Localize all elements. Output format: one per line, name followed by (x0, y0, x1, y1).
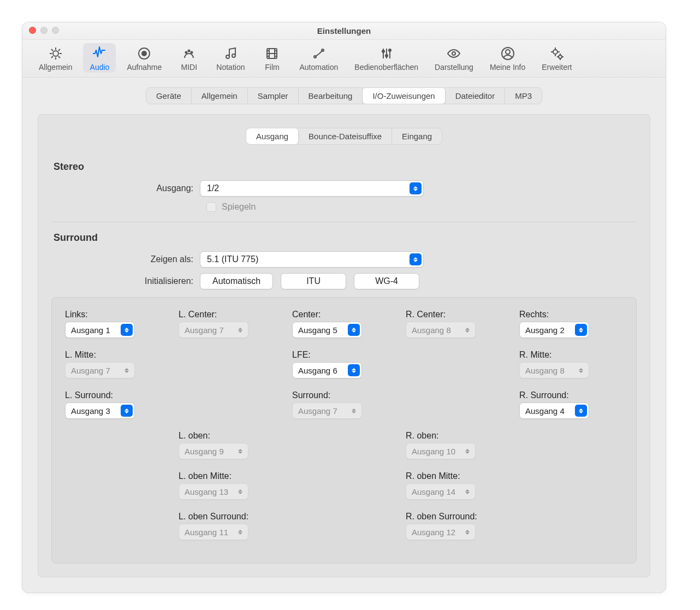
toolbar-tab-automation[interactable]: Automation (294, 43, 343, 73)
channel-lobenm: L. oben Mitte: Ausgang 13 (179, 471, 282, 500)
audio-tab-i-o-zuweisungen[interactable]: I/O-Zuweisungen (363, 88, 445, 104)
popup-arrows-icon (121, 364, 133, 376)
popup-arrows-icon (461, 324, 473, 336)
toolbar-tab-allgemein[interactable]: Allgemein (33, 43, 78, 73)
toolbar-tab-aufnahme[interactable]: Aufnahme (121, 43, 167, 73)
io-tab-eingang[interactable]: Eingang (392, 128, 442, 144)
toolbar-tab-audio[interactable]: Audio (83, 43, 116, 73)
stereo-output-value: 1/2 (207, 183, 219, 193)
zoom-window-button[interactable] (52, 27, 59, 34)
init-button-itu[interactable]: ITU (281, 273, 346, 289)
popup-arrows-icon (575, 324, 587, 336)
toolbar-tab-surfaces[interactable]: Bedienoberflächen (349, 43, 424, 73)
toolbar-tab-label: Erweitert (542, 63, 572, 72)
toolbar-tab-advanced[interactable]: Erweitert (536, 43, 577, 73)
init-button-wg-4[interactable]: WG-4 (354, 273, 419, 289)
svg-point-2 (142, 51, 146, 56)
show-as-popup[interactable]: 5.1 (ITU 775) (200, 251, 424, 268)
toolbar-tab-label: Darstellung (435, 63, 473, 72)
sliders-icon (378, 45, 395, 62)
surround-heading: Surround (54, 232, 637, 244)
stereo-output-label: Ausgang: (51, 183, 193, 193)
channel-label-robenm: R. oben Mitte: (406, 471, 509, 481)
stereo-output-popup[interactable]: 1/2 (200, 180, 424, 197)
channel-value-lobens: Ausgang 11 (185, 528, 228, 537)
channel-label-center: Center: (292, 310, 396, 319)
channel-rechts: Rechts: Ausgang 2 (519, 310, 623, 338)
channel-rmitte: R. Mitte: Ausgang 8 (519, 350, 623, 378)
channel-lmitte: L. Mitte: Ausgang 7 (65, 350, 169, 378)
popup-arrows-icon (234, 324, 246, 336)
audio-icon (91, 45, 108, 62)
popup-arrows-icon (121, 324, 133, 336)
toolbar-tab-myinfo[interactable]: Meine Info (484, 43, 531, 73)
toolbar-tab-label: Film (265, 63, 279, 72)
user-icon (500, 45, 516, 62)
svg-point-12 (385, 55, 388, 57)
channel-value-lobenm: Ausgang 13 (185, 487, 228, 496)
channel-popup-lobenm: Ausgang 13 (179, 483, 248, 500)
channel-popup-rechts[interactable]: Ausgang 2 (519, 322, 589, 338)
init-button-automatisch[interactable]: Automatisch (200, 273, 273, 289)
channel-popup-center[interactable]: Ausgang 5 (292, 322, 362, 338)
channel-popup-lobens: Ausgang 11 (179, 524, 248, 540)
popup-arrows-icon (575, 405, 587, 417)
audio-tab-dateieditor[interactable]: Dateieditor (446, 88, 506, 104)
channel-label-lsurr: L. Surround: (65, 390, 169, 400)
audio-tab-mp3[interactable]: MP3 (505, 88, 542, 104)
notes-icon (222, 45, 239, 62)
audio-tab-bearbeitung[interactable]: Bearbeitung (299, 88, 363, 104)
channel-popup-robens: Ausgang 12 (406, 524, 476, 540)
channel-popup-lsurr[interactable]: Ausgang 3 (65, 402, 135, 419)
channel-center: Center: Ausgang 5 (292, 310, 396, 338)
channel-label-loben: L. oben: (179, 431, 282, 441)
channel-value-surr: Ausgang 7 (298, 406, 337, 416)
channel-popup-links[interactable]: Ausgang 1 (65, 322, 135, 338)
channel-label-rechts: Rechts: (519, 310, 623, 319)
channel-popup-rsurr[interactable]: Ausgang 4 (519, 402, 589, 419)
channel-popup-lmitte: Ausgang 7 (65, 362, 135, 378)
channel-popup-rmitte: Ausgang 8 (519, 362, 589, 378)
toolbar-tab-midi[interactable]: MIDI (173, 43, 205, 73)
svg-point-14 (452, 52, 455, 55)
automation-icon (311, 45, 327, 62)
audio-tab-ger-te[interactable]: Geräte (146, 88, 192, 104)
channel-label-robens: R. oben Surround: (406, 512, 509, 522)
toolbar-tab-display[interactable]: Darstellung (429, 43, 479, 73)
channel-label-lmitte: L. Mitte: (65, 350, 169, 360)
initialize-buttons: AutomatischITUWG-4 (200, 273, 419, 289)
channel-label-links: Links: (65, 310, 169, 319)
channel-rcenter: R. Center: Ausgang 8 (406, 310, 509, 338)
minimize-window-button[interactable] (40, 27, 48, 34)
io-tab-ausgang[interactable]: Ausgang (246, 128, 299, 144)
window-controls (29, 27, 59, 34)
show-as-label: Zeigen als: (51, 254, 193, 264)
svg-point-0 (53, 51, 58, 56)
close-window-button[interactable] (29, 27, 36, 34)
popup-arrows-icon (461, 526, 473, 538)
midi-icon (181, 45, 197, 62)
popup-arrows-icon (348, 364, 360, 376)
channel-lcenter: L. Center: Ausgang 7 (179, 310, 282, 338)
toolbar-tab-notation[interactable]: Notation (211, 43, 250, 73)
channel-value-roben: Ausgang 10 (412, 447, 455, 456)
toolbar-tab-film[interactable]: Film (256, 43, 288, 73)
channel-rsurr: R. Surround: Ausgang 4 (519, 390, 623, 419)
popup-arrows-icon (234, 485, 246, 498)
channel-value-rsurr: Ausgang 4 (525, 406, 565, 416)
svg-point-18 (559, 55, 562, 58)
channel-popup-loben: Ausgang 9 (179, 443, 248, 459)
initialize-label: Initialisieren: (51, 276, 193, 286)
channel-lsurr: L. Surround: Ausgang 3 (65, 390, 169, 419)
channel-popup-lfe[interactable]: Ausgang 6 (292, 362, 362, 378)
channel-popup-lcenter: Ausgang 7 (179, 322, 248, 338)
io-assignments-panel: AusgangBounce-DateisuffixeEingang Stereo… (38, 114, 650, 577)
audio-tab-allgemein[interactable]: Allgemein (192, 88, 248, 104)
mirror-label: Spiegeln (222, 202, 256, 212)
audio-tab-sampler[interactable]: Sampler (248, 88, 299, 104)
channel-label-lobens: L. oben Surround: (179, 512, 282, 522)
svg-point-3 (186, 52, 187, 54)
svg-point-4 (188, 50, 190, 52)
io-tab-bounce-dateisuffixe[interactable]: Bounce-Dateisuffixe (299, 128, 392, 144)
popup-arrows-icon (461, 485, 473, 498)
